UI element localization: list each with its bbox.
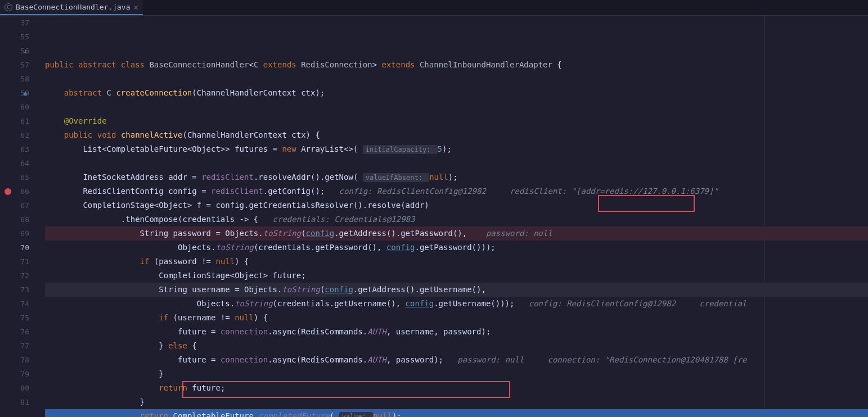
gutter-line[interactable]: 68	[0, 212, 29, 226]
token: return	[140, 411, 173, 417]
code-line[interactable]: } else {	[45, 339, 868, 353]
code-line[interactable]: List<CompletableFuture<Object>> futures …	[45, 142, 868, 156]
token: config: RedisClientConfig@12982 redisCli…	[339, 187, 718, 196]
token: password: null	[486, 229, 552, 238]
gutter-line[interactable]: 79	[0, 367, 29, 381]
gutter-line[interactable]: 59◉	[0, 86, 29, 100]
gutter-line[interactable]: 72	[0, 269, 29, 283]
token: , username, password);	[386, 327, 491, 336]
gutter-line[interactable]: 66	[0, 184, 29, 198]
token: List<CompletableFuture<Object>> futures …	[45, 144, 282, 153]
gutter-line[interactable]: 73	[0, 283, 29, 297]
code-line[interactable]: if (username != null) {	[45, 311, 868, 325]
token: (password !=	[154, 257, 216, 266]
gutter-line[interactable]: 69	[0, 226, 29, 241]
code-area[interactable]: public abstract class BaseConnectionHand…	[43, 16, 868, 417]
token: , password);	[386, 355, 457, 364]
code-line[interactable]	[45, 156, 868, 170]
gutter-line[interactable]: 56↓	[0, 44, 29, 58]
code-line[interactable]: .thenCompose(credentials -> { credential…	[45, 212, 868, 226]
token: credentials: Credentials@12983	[273, 215, 415, 224]
code-line[interactable]: return future;	[45, 381, 868, 395]
gutter-line[interactable]: 64	[0, 156, 29, 170]
token: new	[282, 144, 301, 153]
gutter-line[interactable]: 75	[0, 311, 29, 325]
gutter-line[interactable]: 55	[0, 30, 29, 44]
code-line[interactable]: CompletionStage<Object> f = config.getCr…	[45, 198, 868, 212]
token: if	[159, 313, 173, 322]
gutter-line[interactable]: 37	[0, 16, 29, 30]
code-line[interactable]: CompletionStage<Object> future;	[45, 269, 868, 283]
gutter-line[interactable]: 57	[0, 58, 29, 72]
code-line[interactable]: public void channelActive(ChannelHandler…	[45, 128, 868, 142]
code-line[interactable]: Objects.toString(credentials.getPassword…	[45, 241, 868, 255]
breakpoint-icon[interactable]	[5, 188, 11, 195]
token: String password = Objects.	[45, 229, 263, 238]
code-line[interactable]: }	[45, 395, 868, 409]
code-line[interactable]: if (password != null) {	[45, 255, 868, 269]
gutter-line[interactable]: 60	[0, 100, 29, 114]
code-line[interactable]: }	[45, 367, 868, 381]
code-line[interactable]: future = connection.async(RedisCommands.…	[45, 325, 868, 339]
editor: 375556↓575859◉60616263646566676869707172…	[0, 16, 868, 417]
gutter-line[interactable]: 78	[0, 353, 29, 367]
code-line[interactable]: abstract C createConnection(ChannelHandl…	[45, 86, 868, 100]
gutter-line[interactable]: 58	[0, 72, 29, 86]
code-line[interactable]: String password = Objects.toString(confi…	[45, 226, 868, 241]
token: );	[448, 173, 458, 182]
token	[45, 313, 159, 322]
code-line[interactable]: @Override	[45, 114, 868, 128]
gutter-marker-icon[interactable]: ↓	[23, 44, 27, 58]
gutter-line[interactable]: 81	[0, 395, 29, 409]
token: password: null connection: "RedisConnect…	[457, 355, 746, 364]
token	[45, 116, 64, 125]
gutter-line[interactable]: 80	[0, 381, 29, 395]
token: (credentials.getUsername(),	[273, 299, 406, 308]
code-line[interactable]: RedisClientConfig config = redisClient.g…	[45, 184, 868, 198]
gutter-line[interactable]: 65	[0, 170, 29, 184]
code-line[interactable]	[45, 100, 868, 114]
gutter-line[interactable]: 74	[0, 297, 29, 311]
gutter-marker-icon[interactable]: ◉	[23, 86, 27, 100]
token: .thenCompose(credentials -> {	[45, 215, 273, 224]
token: null	[429, 173, 448, 182]
token: channelActive	[121, 130, 183, 139]
token: AUTH	[367, 355, 386, 364]
token: 5	[438, 144, 442, 153]
token: .getPassword()));	[415, 243, 495, 252]
code-line[interactable]: public abstract class BaseConnectionHand…	[45, 58, 868, 72]
code-line[interactable]: future = connection.async(RedisCommands.…	[45, 353, 868, 367]
token: );	[392, 411, 402, 417]
gutter-line[interactable]: 76	[0, 325, 29, 339]
gutter-line[interactable]: 63	[0, 142, 29, 156]
token: redisClient	[201, 173, 254, 182]
token: {	[192, 341, 196, 350]
token: extends	[381, 60, 419, 69]
token: .getAddress().getPassword(),	[334, 229, 486, 238]
code-line[interactable]: InetSocketAddress addr = redisClient.res…	[45, 170, 868, 184]
token: {	[552, 60, 562, 69]
gutter-line[interactable]: 71	[0, 255, 29, 269]
token: toString	[235, 299, 272, 308]
token: String username = Objects.	[45, 285, 282, 294]
token: (	[330, 411, 339, 417]
gutter-line[interactable]: 62	[0, 128, 29, 142]
close-icon[interactable]: ×	[134, 3, 138, 12]
token: CompletionStage<Object> f = config.getCr…	[45, 201, 429, 210]
token: );	[442, 144, 452, 153]
gutter-line[interactable]: 67	[0, 198, 29, 212]
gutter-line[interactable]: 61	[0, 114, 29, 128]
token: initialCapacity:	[363, 145, 438, 154]
code-line[interactable]: return CompletableFuture.completedFuture…	[45, 409, 868, 417]
code-line[interactable]: Objects.toString(credentials.getUsername…	[45, 297, 868, 311]
file-tab[interactable]: C BaseConnectionHandler.java ×	[0, 0, 143, 15]
token: (ChannelHandlerContext ctx);	[192, 88, 325, 97]
code-line[interactable]	[45, 72, 868, 86]
token: config	[386, 243, 415, 252]
token	[45, 411, 140, 417]
gutter-line[interactable]: 70	[0, 241, 29, 255]
gutter-line[interactable]: 77	[0, 339, 29, 353]
token: config	[406, 299, 434, 308]
gutter: 375556↓575859◉60616263646566676869707172…	[0, 16, 43, 417]
code-line[interactable]: String username = Objects.toString(confi…	[45, 283, 868, 297]
